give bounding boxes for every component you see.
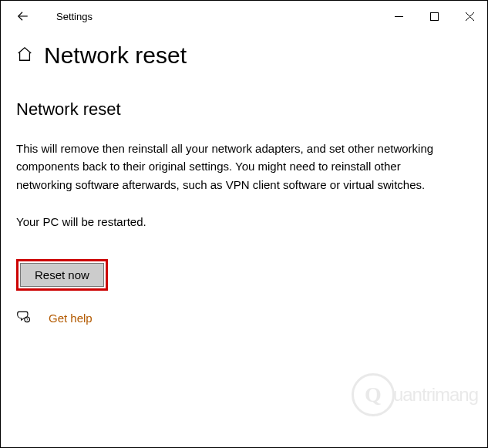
- app-title: Settings: [38, 11, 93, 22]
- window-controls: [381, 1, 487, 32]
- content: Network reset This will remove then rein…: [1, 76, 487, 328]
- svg-point-6: [27, 321, 28, 322]
- close-button[interactable]: [452, 1, 487, 32]
- page-title: Network reset: [44, 42, 187, 69]
- watermark-text: uantrimang: [393, 384, 478, 406]
- minimize-icon: [395, 12, 403, 21]
- get-help-link[interactable]: Get help: [49, 312, 93, 325]
- reset-button-highlight: Reset now: [16, 259, 108, 291]
- close-icon: [466, 12, 474, 21]
- reset-now-button[interactable]: Reset now: [20, 263, 104, 287]
- maximize-button[interactable]: [416, 1, 452, 32]
- section-title: Network reset: [16, 99, 472, 120]
- titlebar: Settings: [1, 1, 487, 32]
- home-button[interactable]: [16, 45, 33, 66]
- watermark: Quantrimang: [352, 373, 478, 416]
- page-header: Network reset: [1, 32, 487, 76]
- description-text: This will remove then reinstall all your…: [16, 140, 448, 194]
- home-icon: [16, 45, 33, 62]
- svg-rect-2: [430, 12, 438, 20]
- arrow-left-icon: [15, 9, 29, 23]
- help-row: Get help: [16, 306, 472, 328]
- get-help-icon-wrap: [16, 309, 32, 328]
- back-button[interactable]: [7, 1, 38, 32]
- watermark-logo-icon: Q: [352, 373, 395, 416]
- maximize-icon: [430, 12, 439, 21]
- minimize-button[interactable]: [381, 1, 416, 32]
- restart-notice: Your PC will be restarted.: [16, 215, 472, 228]
- chat-help-icon: [16, 309, 32, 325]
